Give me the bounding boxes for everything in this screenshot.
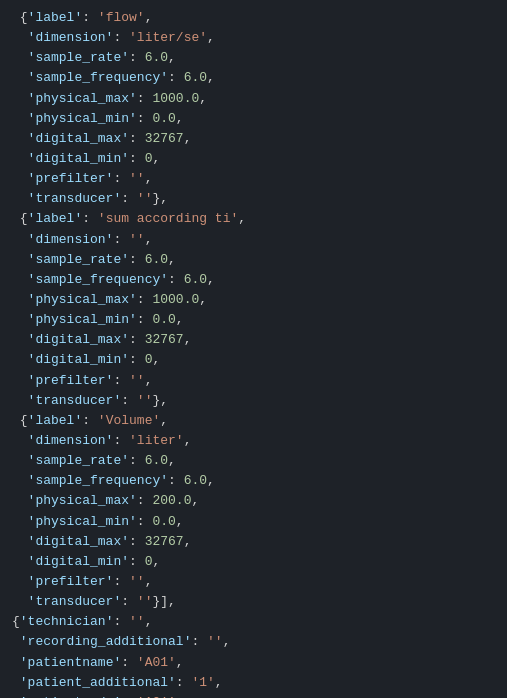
code-token [12, 272, 28, 287]
code-token: 6.0 [184, 70, 207, 85]
code-token: : [137, 91, 153, 106]
code-token: , [207, 473, 215, 488]
code-line: 'sample_frequency': 6.0, [12, 68, 495, 88]
code-token: '' [129, 171, 145, 186]
code-token: 'prefilter' [28, 373, 114, 388]
code-token: : [113, 614, 129, 629]
code-token: 'transducer' [28, 191, 122, 206]
code-token: , [168, 252, 176, 267]
code-token: 'dimension' [28, 433, 114, 448]
code-token: , [152, 151, 160, 166]
code-line: 'physical_min': 0.0, [12, 310, 495, 330]
code-token [12, 514, 28, 529]
code-token: { [12, 413, 28, 428]
code-token: 'Volume' [98, 413, 160, 428]
code-token: , [145, 232, 153, 247]
code-token: , [184, 433, 192, 448]
code-token [12, 554, 28, 569]
code-token: , [184, 332, 192, 347]
code-token [12, 493, 28, 508]
code-token: : [137, 292, 153, 307]
code-token: '' [137, 594, 153, 609]
code-token: 0.0 [152, 111, 175, 126]
code-token [12, 473, 28, 488]
code-line: 'dimension': 'liter/se', [12, 28, 495, 48]
code-token [12, 534, 28, 549]
code-line: 'dimension': '', [12, 230, 495, 250]
code-line: 'digital_min': 0, [12, 552, 495, 572]
code-line: 'sample_rate': 6.0, [12, 48, 495, 68]
code-line: {'technician': '', [12, 612, 495, 632]
code-token: 6.0 [145, 453, 168, 468]
code-token: , [199, 292, 207, 307]
code-token: : [191, 634, 207, 649]
code-token: 'sample_frequency' [28, 272, 168, 287]
code-token: : [137, 312, 153, 327]
code-token: , [168, 50, 176, 65]
code-token: 'physical_min' [28, 514, 137, 529]
code-token [12, 655, 20, 670]
code-token: : [121, 655, 137, 670]
code-token [12, 574, 28, 589]
code-token [12, 373, 28, 388]
code-token: : [113, 433, 129, 448]
code-token: '' [129, 373, 145, 388]
code-token: }], [152, 594, 175, 609]
code-token: 6.0 [184, 272, 207, 287]
code-token: 'prefilter' [28, 171, 114, 186]
code-line: 'prefilter': '', [12, 572, 495, 592]
code-token: 200.0 [152, 493, 191, 508]
code-token: 32767 [145, 131, 184, 146]
code-line: 'physical_min': 0.0, [12, 512, 495, 532]
code-token: : [137, 514, 153, 529]
code-token: , [176, 111, 184, 126]
code-token: , [152, 352, 160, 367]
code-token: 'transducer' [28, 393, 122, 408]
code-token: : [113, 30, 129, 45]
code-token: : [82, 10, 98, 25]
code-token: , [145, 10, 153, 25]
code-line: 'digital_min': 0, [12, 350, 495, 370]
code-token: , [176, 312, 184, 327]
code-token [12, 131, 28, 146]
code-token: : [137, 111, 153, 126]
code-token [12, 675, 20, 690]
code-token: , [238, 211, 246, 226]
code-line: 'physical_max': 1000.0, [12, 89, 495, 109]
code-token: , [199, 91, 207, 106]
code-token: 'liter' [129, 433, 184, 448]
code-token: 'patient_additional' [20, 675, 176, 690]
code-line: 'digital_max': 32767, [12, 532, 495, 552]
code-token: 'digital_min' [28, 151, 129, 166]
code-token [12, 151, 28, 166]
code-token: : [137, 493, 153, 508]
code-token: 'digital_max' [28, 534, 129, 549]
code-token: , [215, 675, 223, 690]
code-line: 'patientname': 'A01', [12, 653, 495, 673]
code-token [12, 594, 28, 609]
code-token: 'dimension' [28, 232, 114, 247]
code-token: '' [207, 634, 223, 649]
code-token [12, 634, 20, 649]
code-token: }, [152, 191, 168, 206]
code-token: 'liter/se' [129, 30, 207, 45]
code-display: {'label': 'flow', 'dimension': 'liter/se… [0, 0, 507, 698]
code-line: 'dimension': 'liter', [12, 431, 495, 451]
code-token [12, 232, 28, 247]
code-token: 'flow' [98, 10, 145, 25]
code-token [12, 393, 28, 408]
code-token: '1' [191, 675, 214, 690]
code-token: : [113, 574, 129, 589]
code-token: 'physical_min' [28, 111, 137, 126]
code-token: 'sample_rate' [28, 453, 129, 468]
code-line: 'prefilter': '', [12, 169, 495, 189]
code-token: , [176, 514, 184, 529]
code-token: : [168, 70, 184, 85]
code-token: 'digital_max' [28, 332, 129, 347]
code-line: 'transducer': ''}, [12, 189, 495, 209]
code-token: , [207, 70, 215, 85]
code-token: : [121, 594, 137, 609]
code-token: 'sample_frequency' [28, 70, 168, 85]
code-token [12, 252, 28, 267]
code-token: 'physical_max' [28, 292, 137, 307]
